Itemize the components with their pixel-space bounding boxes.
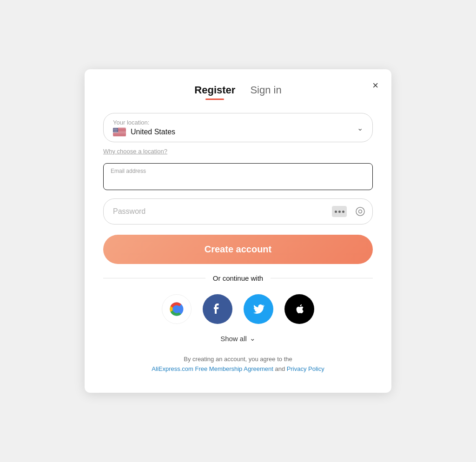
svg-point-35 (116, 131, 117, 131)
svg-point-39 (116, 131, 116, 132)
svg-point-46 (356, 207, 364, 216)
location-dropdown[interactable]: Your location: (103, 113, 373, 142)
divider-line-right (271, 278, 373, 278)
svg-point-16 (115, 128, 116, 129)
facebook-icon (210, 302, 225, 317)
google-signin-button[interactable] (162, 294, 192, 324)
membership-agreement-link[interactable]: AliExpress.com Free Membership Agreement (152, 365, 273, 372)
terms-prefix: By creating an account, you agree to the (184, 356, 292, 363)
svg-rect-9 (113, 134, 126, 134)
dot3 (342, 211, 344, 213)
svg-point-21 (116, 129, 116, 129)
password-field-wrapper (103, 198, 373, 224)
email-input[interactable] (103, 163, 373, 190)
register-form: Your location: (103, 113, 373, 374)
apple-signin-button[interactable] (284, 294, 314, 324)
location-country: United States (131, 128, 175, 136)
svg-point-18 (117, 128, 118, 129)
create-account-button[interactable]: Create account (103, 235, 373, 264)
svg-point-31 (117, 130, 117, 131)
register-modal: × Register Sign in Your location: (85, 69, 391, 393)
svg-point-44 (116, 132, 117, 132)
svg-point-28 (114, 130, 114, 131)
svg-point-36 (117, 131, 118, 131)
twitter-signin-button[interactable] (244, 294, 273, 324)
social-buttons (103, 294, 373, 324)
svg-point-19 (114, 129, 114, 129)
svg-point-33 (114, 131, 115, 131)
password-toggle-button[interactable] (353, 205, 367, 218)
dot2 (338, 211, 341, 213)
tab-bar: Register Sign in (103, 84, 373, 100)
svg-point-27 (117, 129, 118, 130)
svg-point-42 (114, 132, 115, 132)
svg-point-38 (115, 131, 115, 132)
location-label: Your location: (113, 119, 363, 126)
svg-rect-7 (113, 132, 126, 133)
twitter-icon (251, 302, 266, 317)
svg-rect-8 (113, 133, 126, 133)
svg-point-25 (115, 129, 116, 130)
svg-point-47 (359, 210, 362, 213)
show-all-label: Show all (220, 335, 247, 343)
divider-text: Or continue with (213, 274, 263, 282)
apple-icon (292, 302, 307, 317)
divider-line-left (103, 278, 205, 278)
svg-rect-10 (113, 134, 126, 135)
svg-point-41 (113, 132, 114, 132)
tab-register[interactable]: Register (194, 84, 235, 100)
svg-point-29 (115, 130, 115, 131)
location-value: United States (113, 128, 363, 136)
facebook-signin-button[interactable] (203, 294, 232, 324)
password-icons (330, 204, 367, 219)
svg-point-23 (113, 129, 114, 130)
close-button[interactable]: × (370, 79, 380, 92)
svg-point-24 (114, 129, 115, 130)
terms-conjunction: and (275, 365, 286, 372)
svg-point-34 (115, 131, 116, 131)
svg-point-32 (113, 131, 114, 131)
dots-icon (332, 206, 347, 217)
email-field-wrapper: Email address (103, 163, 373, 190)
show-all-button[interactable]: Show all ⌄ (103, 334, 373, 343)
svg-rect-11 (113, 135, 126, 135)
svg-point-26 (116, 129, 117, 130)
dot1 (335, 211, 337, 213)
terms-text: By creating an account, you agree to the… (103, 355, 373, 374)
svg-point-22 (117, 129, 117, 129)
why-location-link[interactable]: Why choose a location? (103, 148, 373, 155)
svg-point-45 (117, 132, 118, 132)
svg-point-20 (115, 129, 115, 129)
svg-rect-12 (113, 136, 126, 136)
svg-point-14 (113, 128, 114, 129)
svg-point-15 (114, 128, 115, 129)
svg-point-37 (114, 131, 114, 132)
google-icon (168, 301, 185, 317)
us-flag-icon (113, 128, 126, 136)
svg-point-43 (115, 132, 116, 132)
password-manager-button[interactable] (330, 204, 349, 219)
tab-signin[interactable]: Sign in (250, 84, 281, 100)
privacy-policy-link[interactable]: Privacy Policy (287, 365, 324, 372)
chevron-down-icon: ⌄ (357, 123, 363, 132)
chevron-down-show-icon: ⌄ (250, 334, 256, 343)
svg-point-17 (116, 128, 117, 129)
svg-point-40 (117, 131, 117, 132)
eye-icon (355, 206, 365, 217)
svg-point-30 (116, 130, 116, 131)
divider: Or continue with (103, 274, 373, 282)
